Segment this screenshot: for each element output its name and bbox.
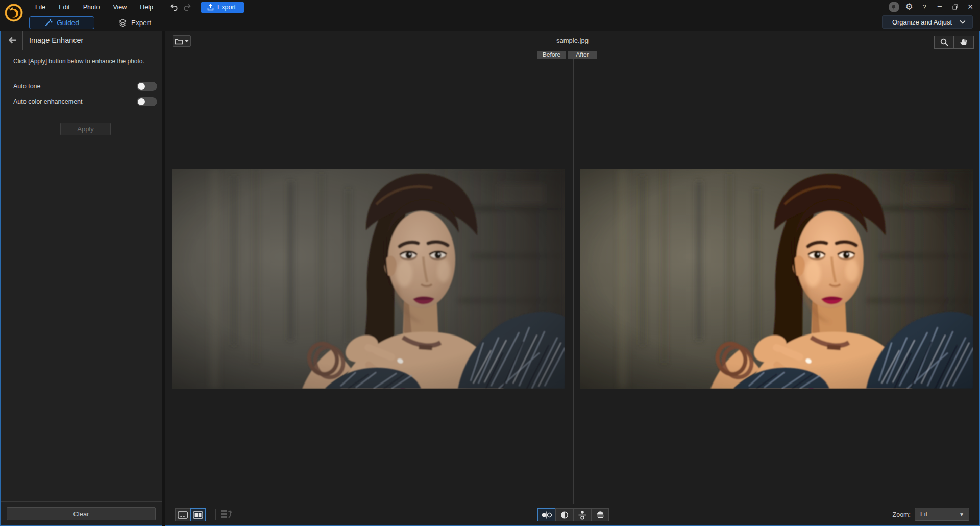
image-enhancer-panel: Image Enhancer Click [Apply] button belo… xyxy=(0,31,162,526)
panel-instruction: Click [Apply] button below to enhance th… xyxy=(1,50,162,65)
toolbar-divider xyxy=(163,3,163,11)
hand-icon xyxy=(960,38,968,47)
minimize-icon: – xyxy=(938,1,942,10)
help-button[interactable]: ? xyxy=(918,1,931,12)
tab-guided-label: Guided xyxy=(57,19,79,27)
workspace-selector[interactable]: Organize and Adjust xyxy=(882,15,973,29)
apply-button[interactable]: Apply xyxy=(60,123,111,135)
title-bar: File Edit Photo View Help Export xyxy=(0,0,980,14)
compare-top-bottom-button[interactable] xyxy=(573,508,591,521)
split-left-right-button[interactable] xyxy=(555,508,573,521)
mode-tab-bar: Guided Expert Organize and Adjust xyxy=(0,14,980,31)
zoom-tool-button[interactable] xyxy=(934,36,954,49)
tab-guided[interactable]: Guided xyxy=(29,16,94,29)
dropdown-arrow-icon: ▼ xyxy=(959,512,964,517)
panel-title: Image Enhancer xyxy=(29,36,83,44)
after-image[interactable] xyxy=(580,169,973,389)
split-circle-horizontal-icon xyxy=(596,511,605,519)
tab-expert[interactable]: Expert xyxy=(105,16,165,29)
auto-color-row: Auto color enhancement xyxy=(1,94,162,109)
compare-view-button[interactable] xyxy=(190,508,206,521)
menu-photo[interactable]: Photo xyxy=(78,2,106,12)
panel-footer: Clear xyxy=(1,501,162,525)
layers-icon xyxy=(118,18,127,27)
menu-file[interactable]: File xyxy=(30,2,51,12)
menu-view[interactable]: View xyxy=(107,2,132,12)
redo-button[interactable] xyxy=(181,2,194,12)
after-label-chip[interactable]: After xyxy=(568,51,597,59)
copy-adjustments-button[interactable] xyxy=(220,509,234,519)
workspace-selector-label: Organize and Adjust xyxy=(892,18,952,26)
side-by-side-icon xyxy=(541,511,553,519)
back-button[interactable] xyxy=(1,31,23,50)
zoom-dropdown[interactable]: Fit ▼ xyxy=(915,508,969,521)
auto-color-toggle[interactable] xyxy=(137,97,157,106)
close-button[interactable]: ✕ xyxy=(964,1,977,12)
minimize-button[interactable]: – xyxy=(933,1,946,12)
zoom-label: Zoom: xyxy=(893,511,911,518)
auto-tone-toggle[interactable] xyxy=(137,82,157,91)
menu-edit[interactable]: Edit xyxy=(53,2,76,12)
auto-color-label: Auto color enhancement xyxy=(13,98,83,105)
notification-button[interactable] xyxy=(887,1,900,12)
filename-label: sample.jpg xyxy=(165,37,979,44)
single-view-button[interactable] xyxy=(175,508,190,521)
menu-bar: File Edit Photo View Help xyxy=(30,2,159,12)
tab-expert-label: Expert xyxy=(131,19,151,27)
app-window: File Edit Photo View Help Export xyxy=(0,0,980,526)
window-controls: ⚙ ? – ✕ xyxy=(887,0,977,13)
before-image[interactable] xyxy=(172,169,565,389)
single-view-icon xyxy=(177,511,188,519)
back-arrow-icon xyxy=(6,36,17,44)
auto-tone-label: Auto tone xyxy=(13,83,41,90)
compare-divider xyxy=(573,59,574,504)
export-label: Export xyxy=(217,4,236,11)
statusbar-divider xyxy=(215,509,216,520)
close-icon: ✕ xyxy=(967,3,973,11)
gear-icon: ⚙ xyxy=(905,2,913,12)
export-icon xyxy=(207,4,214,11)
app-logo-icon xyxy=(4,3,24,23)
chevron-down-icon xyxy=(959,19,966,25)
undo-icon xyxy=(169,3,179,11)
help-icon: ? xyxy=(922,3,926,11)
magnifier-icon xyxy=(940,38,949,47)
top-bottom-icon xyxy=(578,510,587,520)
restore-icon xyxy=(952,4,959,10)
viewer-tools xyxy=(934,36,974,49)
before-label-chip[interactable]: Before xyxy=(537,51,566,59)
content-area: Image Enhancer Click [Apply] button belo… xyxy=(0,31,980,526)
viewer-status-bar: Zoom: Fit ▼ xyxy=(165,503,979,525)
redo-icon xyxy=(183,3,192,11)
zoom-value: Fit xyxy=(920,511,927,518)
split-top-bottom-button[interactable] xyxy=(591,508,609,521)
split-circle-vertical-icon xyxy=(560,511,569,519)
export-button[interactable]: Export xyxy=(201,2,244,13)
adjustment-copy-icon xyxy=(220,509,234,519)
restore-button[interactable] xyxy=(948,1,962,12)
photo-canvas: sample.jpg xyxy=(165,31,980,526)
split-view-icon xyxy=(192,511,204,519)
auto-tone-row: Auto tone xyxy=(1,79,162,94)
settings-button[interactable]: ⚙ xyxy=(902,1,916,12)
toggle-knob xyxy=(138,83,145,90)
wand-icon xyxy=(44,18,53,27)
undo-button[interactable] xyxy=(167,2,181,12)
bell-icon xyxy=(889,2,899,12)
toggle-knob xyxy=(138,98,145,105)
menu-help[interactable]: Help xyxy=(134,2,159,12)
compare-side-by-side-button[interactable] xyxy=(537,508,555,521)
toggle-list: Auto tone Auto color enhancement xyxy=(1,79,162,109)
pan-tool-button[interactable] xyxy=(954,36,974,49)
panel-header: Image Enhancer xyxy=(1,31,162,50)
clear-button[interactable]: Clear xyxy=(7,507,156,520)
